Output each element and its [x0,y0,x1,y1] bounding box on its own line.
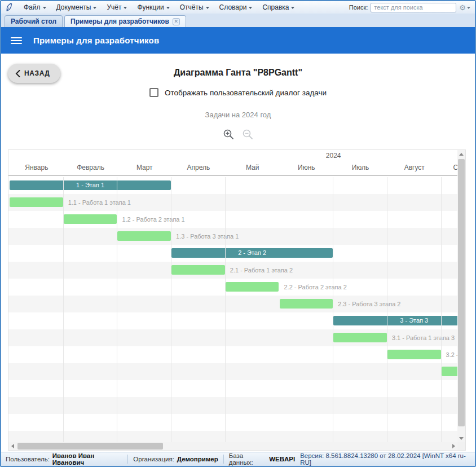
gantt-row: 1.2 - Работа 2 этапа 1 [8,211,465,228]
gantt-task-bar[interactable] [64,214,117,224]
menu-item[interactable]: Функции [132,2,174,13]
gantt-task-bar[interactable] [10,197,63,207]
status-version: Версия: 8.561.8824.13280 от 28.02.2024 [… [300,452,470,466]
gantt-row [8,380,465,397]
chevron-down-icon [124,7,127,9]
status-bar: Пользователь: Иванов Иван Иванович Орган… [1,452,475,466]
menu-item[interactable]: Документы [51,2,102,13]
vertical-scrollbar-thumb[interactable] [458,159,465,426]
dialog-checkbox-label: Отображать пользовательский диалог задач… [165,89,327,97]
gantt-row: 2.2 - Работа 2 этапа 2 [8,279,465,296]
gantt-task-bar[interactable] [280,299,333,309]
tab-label: Примеры для разработчиков [70,17,169,25]
menu-item[interactable]: Учёт [102,2,132,13]
scroll-down-icon[interactable] [457,434,465,442]
gantt-chart: 2024 ЯнварьФевральМартАпрельМайИюньИюльА… [8,149,466,451]
gantt-row: 1.1 - Работа 1 этапа 1 [8,194,465,211]
zoom-in-icon[interactable] [223,129,234,140]
gantt-row: 2.3 - Работа 3 этапа 2 [8,296,465,312]
gantt-task-bar[interactable] [226,282,279,292]
gantt-month-label: Июнь [280,164,334,171]
dialog-checkbox[interactable] [149,88,158,97]
chevron-down-icon [206,7,209,9]
search-settings-button[interactable]: ⚙ [459,3,470,12]
menu-item-label: Учёт [107,3,121,11]
status-org-value: Демопример [177,456,218,462]
status-db: База данных: WEBAPI [224,452,300,466]
gantt-row: 1 - Этап 1 [8,177,465,194]
gantt-header: 2024 ЯнварьФевральМартАпрельМайИюньИюльА… [8,150,465,176]
hamburger-menu-icon[interactable] [11,37,22,44]
gantt-month-label: Март [117,164,171,171]
dialog-checkbox-row: Отображать пользовательский диалог задач… [1,88,475,97]
zoom-out-icon[interactable] [242,129,253,140]
chevron-down-icon [249,7,252,9]
horizontal-scrollbar-thumb[interactable] [17,443,163,450]
gantt-row [8,397,465,414]
tab[interactable]: Примеры для разработчиков✕ [64,15,186,27]
menu-item[interactable]: Словари [214,2,258,13]
gantt-stage-bar[interactable]: 2 - Этап 2 [171,248,333,258]
status-org: Организация: Демопример [128,452,223,466]
gantt-month-label: Апрель [171,164,226,171]
gantt-stage-bar[interactable]: 1 - Этап 1 [10,180,171,190]
gantt-task-bar[interactable] [333,333,387,342]
gantt-task-label: 2.3 - Работа 3 этапа 2 [338,296,400,312]
search-area: Поиск: ⚙ [349,3,475,12]
menu-bar: ФайлДокументыУчётФункцииОтчётыСловариСпр… [1,1,475,14]
horizontal-scrollbar[interactable] [8,442,457,450]
menu-item-label: Отчёты [180,3,204,11]
gantt-task-bar[interactable] [171,265,225,275]
gantt-task-label: 1.1 - Работа 1 этапа 1 [68,194,131,211]
gantt-task-label: 2.1 - Работа 1 этапа 2 [230,262,293,279]
status-db-label: База данных: [229,452,266,466]
menu-item-label: Функции [137,3,164,11]
chevron-down-icon [93,7,96,9]
gantt-month-label: Январь [10,164,64,171]
status-user-label: Пользователь: [6,456,50,462]
gantt-task-bar[interactable] [117,231,171,241]
scroll-up-icon[interactable] [457,150,465,158]
tab[interactable]: Рабочий стол [5,15,63,27]
gantt-rows: 1 - Этап 11.1 - Работа 1 этапа 11.2 - Ра… [8,177,465,443]
gantt-month-label: Май [226,164,280,171]
gantt-row: 3 - Этап 3 [8,312,465,329]
menu-item-label: Справка [262,3,289,11]
scroll-right-icon[interactable] [449,442,457,450]
gantt-row [8,363,465,380]
tab-close-icon[interactable]: ✕ [173,18,180,25]
gear-icon: ⚙ [459,3,466,12]
status-org-label: Организация: [133,456,174,462]
gantt-row: 1.3 - Работа 3 этапа 1 [8,228,465,245]
search-label: Поиск: [349,4,368,11]
status-user: Пользователь: Иванов Иван Иванович [6,452,127,466]
menu-item[interactable]: Файл [19,2,51,13]
scroll-left-icon[interactable] [8,442,16,450]
gantt-task-label: 3.1 - Работа 1 этапа 3 [392,329,455,346]
gantt-row: 2 - Этап 2 [8,245,465,262]
chevron-down-icon [467,7,470,9]
chevron-down-icon [43,7,46,9]
gantt-year-label: 2024 [326,152,341,160]
gantt-row [8,431,465,443]
menu-item[interactable]: Отчёты [175,2,214,13]
gantt-row [8,414,465,431]
gantt-row: 3.1 - Работа 1 этапа 3 [8,329,465,346]
search-input[interactable] [371,3,456,12]
menu-item-label: Файл [24,3,41,11]
menu-items: ФайлДокументыУчётФункцииОтчётыСловариСпр… [19,2,299,13]
chart-subtitle: Задачи на 2024 год [1,111,475,119]
menu-item-label: Документы [56,3,91,11]
gantt-row: 2.1 - Работа 1 этапа 2 [8,262,465,279]
scrollbar-corner [457,442,465,450]
gantt-row: 3.2 - Работа 2 этапа 3 [8,346,465,363]
gantt-task-label: 1.3 - Работа 3 этапа 1 [176,228,239,245]
gantt-stage-bar[interactable]: 3 - Этап 3 [333,316,465,325]
app-logo-icon [5,3,14,12]
vertical-scrollbar[interactable] [457,150,465,442]
gantt-task-bar[interactable] [387,350,441,359]
app-header-title: Примеры для разработчиков [33,36,159,45]
status-user-value: Иванов Иван Иванович [52,452,123,466]
gantt-month-label: Август [387,164,442,171]
menu-item[interactable]: Справка [257,2,299,13]
